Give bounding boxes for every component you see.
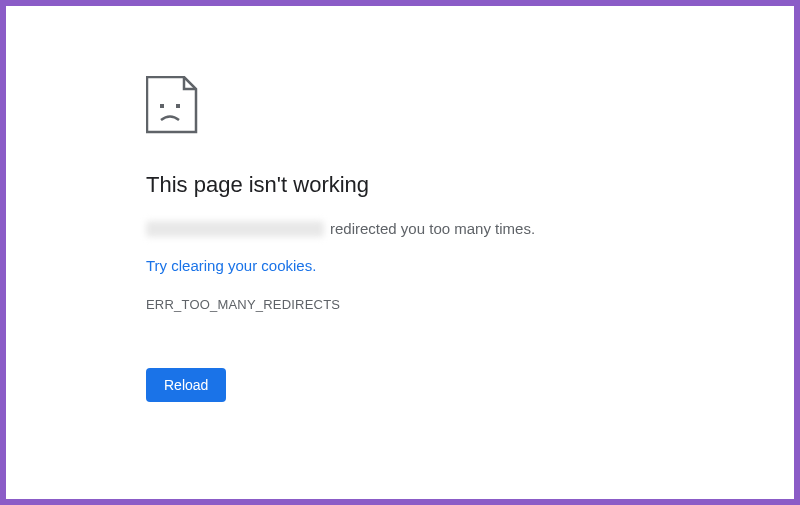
error-heading: This page isn't working <box>146 172 606 198</box>
sad-page-icon <box>146 76 606 138</box>
clear-cookies-link[interactable]: Try clearing your cookies. <box>146 257 316 274</box>
error-code: ERR_TOO_MANY_REDIRECTS <box>146 297 606 312</box>
svg-rect-0 <box>160 104 164 108</box>
error-suggestion: Try clearing your cookies. <box>146 257 606 275</box>
reload-button[interactable]: Reload <box>146 368 226 402</box>
error-message-suffix: redirected you too many times. <box>330 220 535 237</box>
error-page-container: This page isn't working redirected you t… <box>6 6 606 402</box>
redacted-hostname <box>146 221 324 237</box>
error-message: redirected you too many times. <box>146 220 606 237</box>
svg-rect-1 <box>176 104 180 108</box>
